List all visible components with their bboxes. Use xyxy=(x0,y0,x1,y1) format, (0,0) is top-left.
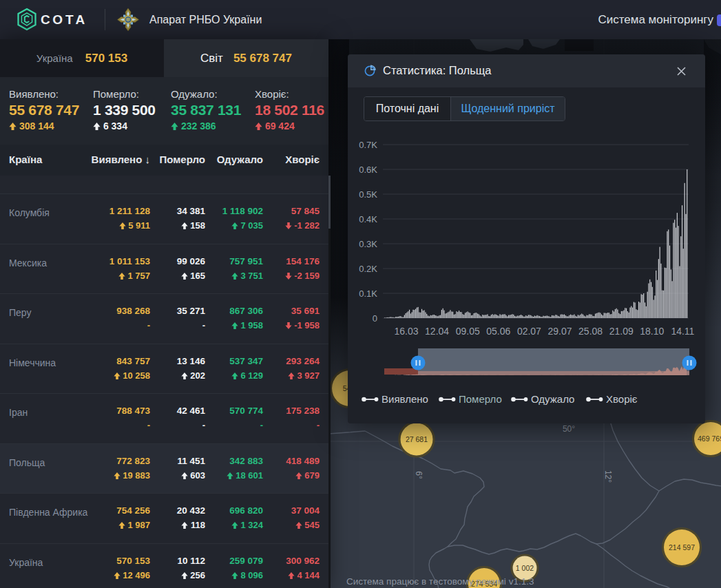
svg-text:0.3K: 0.3K xyxy=(359,239,377,249)
svg-text:Померло: Померло xyxy=(459,393,502,405)
svg-text:14.11: 14.11 xyxy=(671,326,694,337)
svg-text:Одужало: Одужало xyxy=(531,393,574,405)
svg-text:214 597: 214 597 xyxy=(669,543,695,552)
svg-text:25.08: 25.08 xyxy=(578,326,603,337)
svg-text:09.05: 09.05 xyxy=(456,326,480,337)
svg-text:0.2K: 0.2K xyxy=(359,264,377,274)
svg-text:02.07: 02.07 xyxy=(517,326,541,337)
svg-text:Виявлено: Виявлено xyxy=(382,393,428,405)
svg-text:0.5K: 0.5K xyxy=(359,189,377,200)
svg-text:0.6K: 0.6K xyxy=(359,165,377,175)
svg-text:05.06: 05.06 xyxy=(486,326,510,337)
svg-text:50°: 50° xyxy=(563,424,575,434)
svg-text:27 681: 27 681 xyxy=(406,435,428,443)
svg-text:21.09: 21.09 xyxy=(609,326,634,337)
svg-text:0.4K: 0.4K xyxy=(359,214,377,224)
svg-text:18.10: 18.10 xyxy=(640,326,664,337)
svg-text:16.03: 16.03 xyxy=(394,326,418,337)
svg-text:469 769: 469 769 xyxy=(698,434,721,443)
svg-text:Хворіє: Хворіє xyxy=(606,393,638,405)
svg-text:12.04: 12.04 xyxy=(425,326,449,337)
svg-text:6°: 6° xyxy=(414,471,424,479)
svg-text:0.7K: 0.7K xyxy=(359,140,377,150)
svg-text:0.1K: 0.1K xyxy=(359,288,377,299)
svg-text:1 002: 1 002 xyxy=(516,564,534,572)
svg-text:12°: 12° xyxy=(603,470,613,483)
svg-text:0: 0 xyxy=(373,313,377,324)
svg-text:29.07: 29.07 xyxy=(547,326,572,337)
